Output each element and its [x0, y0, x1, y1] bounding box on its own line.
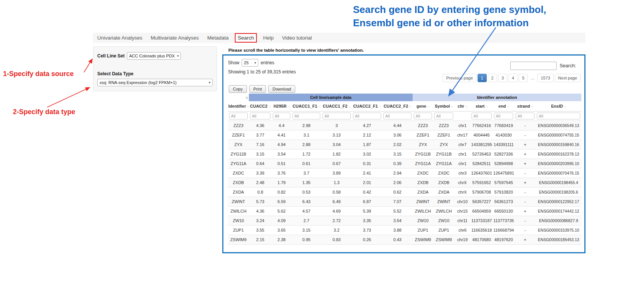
cell: 2.41 [352, 168, 382, 178]
cell: 52894998 [493, 159, 514, 168]
column-header-CUACC1_F2[interactable]: CUACC1_F2↑↓ [321, 101, 352, 111]
column-header-H295R[interactable]: H295R↑↓ [272, 101, 291, 111]
filter-input-CUACC2[interactable] [250, 113, 271, 119]
cell: 1.82 [321, 149, 352, 159]
column-header-CUACC2_F1[interactable]: CUACC2_F1↑↓ [352, 101, 382, 111]
column-label: CUACC2 [250, 104, 267, 108]
pagination-page-2[interactable]: 2 [488, 74, 497, 82]
cell: 3.76 [272, 168, 291, 178]
filter-input-Identifier[interactable] [229, 113, 248, 119]
pagination-page-5[interactable]: 5 [519, 74, 528, 82]
cell: 6.87 [352, 197, 382, 207]
cell: 4004445 [470, 130, 493, 140]
filter-input-CUACC2_F1[interactable] [353, 113, 381, 119]
cell: ZSWIM9 [433, 235, 454, 245]
nav-multivariate-analyses[interactable]: Multivariate Analyses [147, 33, 203, 43]
nav-help[interactable]: Help [259, 33, 278, 43]
nav-search[interactable]: Search [235, 33, 257, 43]
copy-button[interactable]: Copy [229, 85, 247, 93]
cell: ZWINT [413, 197, 433, 207]
column-label: chr [458, 104, 464, 108]
nav-video-tutorial[interactable]: Video tutorial [278, 33, 316, 43]
filter-input-start[interactable] [472, 113, 492, 119]
group-header-blank[interactable]: ⇅ [228, 94, 249, 101]
page-length-select[interactable]: 25 ▾ [242, 59, 258, 67]
filter-input-CUACC1_F2[interactable] [323, 113, 351, 119]
column-header-CUACC1_F1[interactable]: CUACC1_F1↑↓ [291, 101, 321, 111]
download-button[interactable]: Download [268, 85, 295, 93]
column-header-CUACC2[interactable]: CUACC2↑↓ [249, 101, 272, 111]
cell: 0.31 [352, 159, 382, 168]
cell: ZSWIM9 [228, 235, 249, 245]
cell: 3.89 [321, 168, 352, 178]
cell: - [514, 130, 536, 140]
nav-univariate-analyses[interactable]: Univariate Analyses [93, 33, 147, 43]
filter-cell [470, 111, 493, 121]
nav-metadata[interactable]: Metadata [203, 33, 233, 43]
cell: ZXDC [228, 168, 249, 178]
pagination-previous[interactable]: Previous page [443, 74, 476, 82]
column-header-chr[interactable]: chr↑↓ [454, 101, 470, 111]
pagination-page-4[interactable]: 4 [508, 74, 517, 82]
pagination-page-1573[interactable]: 1573 [537, 74, 553, 82]
filter-input-CUACC1_F1[interactable] [293, 113, 320, 119]
cell: 2.12 [352, 130, 382, 140]
column-header-strand[interactable]: strand↑↓ [514, 101, 536, 111]
print-button[interactable]: Print [249, 85, 266, 93]
column-header-Identifier[interactable]: Identifier↑↓ [228, 101, 249, 111]
filter-input-end[interactable] [494, 113, 513, 119]
sort-icon: ↑↓ [348, 105, 350, 108]
sort-icon: ↑↓ [318, 105, 320, 108]
cell: 126437601 [470, 168, 493, 178]
cell: ZUP1 [433, 226, 454, 235]
export-buttons: CopyPrintDownload [229, 85, 295, 93]
pagination-next[interactable]: Next page [555, 74, 581, 82]
data-source-panel: Cell Line Set ACC Colorado plus PDX ▾ Se… [93, 46, 217, 91]
filter-input-gene[interactable] [414, 113, 432, 119]
cell: 7.07 [382, 197, 413, 207]
cell: chr15 [454, 207, 470, 216]
search-input[interactable] [510, 62, 557, 70]
cell: 1.87 [352, 140, 382, 149]
filter-input-EnsID[interactable] [537, 113, 580, 119]
filter-input-CUACC2_F2[interactable] [383, 113, 411, 119]
cell: chrX [454, 178, 470, 188]
column-header-Symbol[interactable]: Symbol↑↓ [433, 101, 454, 111]
search-instruction-line2: Ensembl gene id or other information [353, 16, 546, 30]
column-label: CUACC2_F2 [384, 104, 408, 108]
cell: 0.58 [321, 188, 352, 197]
filter-input-H295R[interactable] [273, 113, 290, 119]
cell: 57910820 [493, 188, 514, 197]
table-row: ZYG11B3.153.541.721.823.023.15ZYG11BZYG1… [228, 149, 581, 159]
cell-line-set-select[interactable]: ACC Colorado plus PDX ▾ [127, 52, 181, 60]
table-search-control: Search: [510, 62, 576, 70]
cell: 3.15 [291, 226, 321, 235]
data-type-select[interactable]: xsq: RNA-seq Expression (log2 FPKM+1) ▾ [97, 79, 213, 86]
column-header-end[interactable]: end↑↓ [493, 101, 514, 111]
pagination-page-3[interactable]: 3 [498, 74, 507, 82]
cell: chr1 [454, 149, 470, 159]
column-label: Symbol [435, 104, 450, 108]
cell: 4.57 [291, 207, 321, 216]
cell: 4.94 [272, 140, 291, 149]
cell: ENSG00000185453.13 [536, 235, 581, 245]
sort-icon: ↑↓ [465, 105, 467, 108]
table-row: ZXDA0.80.820.530.580.420.62ZXDAZXDAchrX5… [228, 188, 581, 197]
cell: ENSG00000122952.17 [536, 197, 581, 207]
sort-icon: ↑↓ [451, 105, 453, 108]
filter-input-Symbol[interactable] [434, 113, 453, 119]
cell: 0.42 [352, 188, 382, 197]
cell: 0.61 [291, 159, 321, 168]
cell: ZWINT [228, 197, 249, 207]
column-header-CUACC2_F2[interactable]: CUACC2_F2↑↓ [382, 101, 413, 111]
column-header-start[interactable]: start↑↓ [470, 101, 493, 111]
cell: 52827336 [493, 149, 514, 159]
cell: ZYG11A [433, 159, 454, 168]
filter-input-strand[interactable] [516, 113, 535, 119]
pagination-page-1[interactable]: 1 [478, 74, 487, 82]
column-header-gene[interactable]: gene↑↓ [413, 101, 433, 111]
cell: 0.95 [291, 235, 321, 245]
chevron-down-icon: ▾ [255, 61, 256, 65]
column-header-EnsID[interactable]: EnsID↑↓ [536, 101, 581, 111]
column-label: CUACC1_F2 [323, 104, 348, 108]
